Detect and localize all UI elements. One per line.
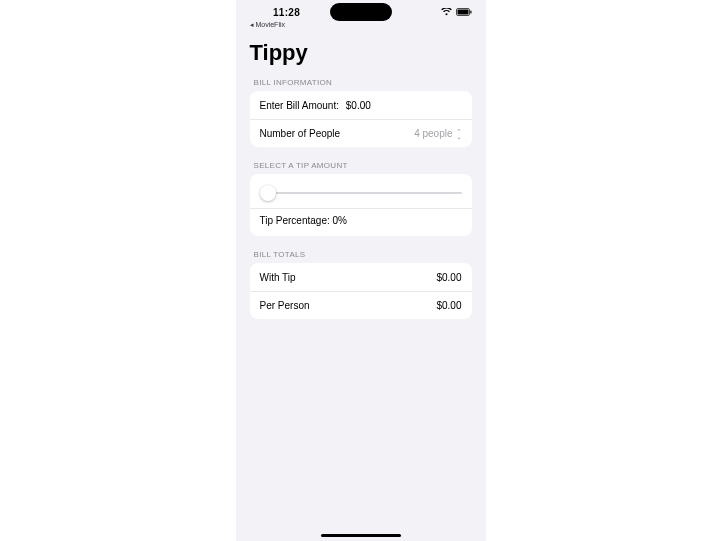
status-time: 11:28 (273, 7, 300, 18)
back-to-app[interactable]: ◂ MovieFlix (250, 21, 286, 29)
phone-screen: 11:28 ◂ MovieFlix Tippy BILL INFORMATION… (236, 0, 486, 541)
section-header-totals: BILL TOTALS (254, 250, 468, 259)
tip-card: Tip Percentage: 0% (250, 174, 472, 236)
content: Tippy BILL INFORMATION Enter Bill Amount… (236, 24, 486, 319)
bill-amount-label: Enter Bill Amount: $0.00 (260, 100, 371, 111)
per-person-label: Per Person (260, 300, 310, 311)
per-person-value: $0.00 (436, 300, 461, 311)
tip-slider[interactable] (260, 184, 462, 202)
slider-thumb[interactable] (260, 185, 276, 201)
with-tip-value: $0.00 (436, 272, 461, 283)
people-row[interactable]: Number of People 4 people ⌃⌃ (250, 119, 472, 147)
tip-percentage-row: Tip Percentage: 0% (250, 208, 472, 236)
bill-info-card: Enter Bill Amount: $0.00 Number of Peopl… (250, 91, 472, 147)
tip-percentage-label: Tip Percentage: 0% (260, 215, 347, 226)
app-title: Tippy (250, 40, 472, 66)
totals-card: With Tip $0.00 Per Person $0.00 (250, 263, 472, 319)
svg-rect-2 (470, 10, 471, 13)
stepper-chevrons-icon: ⌃⌃ (456, 129, 462, 139)
with-tip-label: With Tip (260, 272, 296, 283)
per-person-row: Per Person $0.00 (250, 291, 472, 319)
people-label: Number of People (260, 128, 341, 139)
status-bar: 11:28 ◂ MovieFlix (236, 0, 486, 24)
status-left: 11:28 ◂ MovieFlix (250, 7, 324, 18)
bill-amount-value: $0.00 (346, 100, 371, 111)
bill-amount-row[interactable]: Enter Bill Amount: $0.00 (250, 91, 472, 119)
status-right (398, 7, 472, 18)
battery-icon (456, 7, 472, 18)
people-value: 4 people (414, 128, 452, 139)
people-stepper[interactable]: 4 people ⌃⌃ (414, 128, 461, 139)
home-indicator[interactable] (321, 534, 401, 537)
with-tip-row: With Tip $0.00 (250, 263, 472, 291)
slider-track-line (260, 192, 462, 194)
section-header-tip: SELECT A TIP AMOUNT (254, 161, 468, 170)
svg-rect-1 (457, 9, 468, 14)
notch (330, 3, 392, 21)
tip-slider-row (250, 174, 472, 208)
section-header-bill-info: BILL INFORMATION (254, 78, 468, 87)
wifi-icon (441, 7, 452, 18)
